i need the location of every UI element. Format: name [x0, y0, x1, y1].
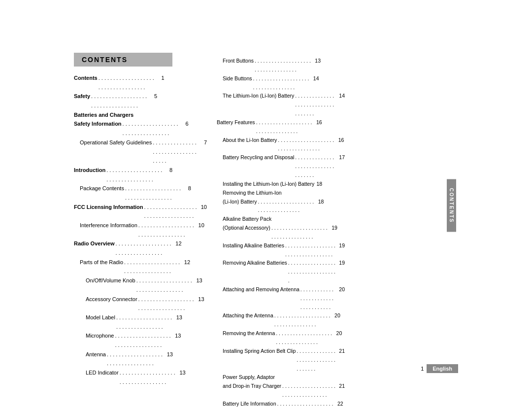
- toc-entry-label: Installing Alkaline Batteries: [223, 241, 284, 250]
- toc-entry: Removing Alkaline Batteries . . . . . . …: [217, 259, 345, 285]
- toc-entry: Parts of the Radio . . . . . . . . . . .…: [74, 258, 207, 276]
- toc-dots: . . . . . . . . . . . . . . . . . . . . …: [257, 198, 316, 215]
- toc-entry-label: Removing Alkaline Batteries: [223, 259, 287, 268]
- toc-page-number: 12: [174, 239, 182, 248]
- toc-entry-label: Installing the Lithium-Ion (Li-Ion) Batt…: [223, 180, 314, 189]
- toc-dots: . . . . . . . . . . . . . . . . . . . . …: [294, 153, 337, 180]
- toc-entry: Removing the Lithium-Ion: [217, 189, 345, 198]
- toc-dots: . . . . . . . . . . . . . . . . . . . . …: [90, 92, 149, 110]
- toc-entry: Batteries and Chargers: [74, 110, 207, 120]
- toc-entry: Model Label . . . . . . . . . . . . . . …: [74, 313, 207, 331]
- toc-entry-label: Removing the Antenna: [223, 329, 275, 338]
- toc-dots: . . . . . . . . . . . . . . . . . . . . …: [152, 138, 199, 166]
- toc-page-number: 13: [197, 295, 204, 304]
- toc-page-number: 16: [314, 118, 322, 127]
- toc-dots: . . . . . . . . . . . . . . . . . . . . …: [143, 203, 199, 221]
- toc-entry-label: Interference Information: [80, 221, 137, 230]
- toc-page-number: 20: [337, 285, 345, 294]
- toc-entry-label: Installing Spring Action Belt Clip: [223, 347, 296, 356]
- toc-entry: Contents . . . . . . . . . . . . . . . .…: [74, 73, 207, 92]
- toc-entry-label: Front Buttons: [223, 57, 254, 66]
- toc-entry-label: Safety: [74, 92, 90, 101]
- toc-page-number: 7: [199, 138, 207, 147]
- toc-page-number: 1: [157, 73, 165, 83]
- toc-entry-label: Accessory Connector: [86, 295, 137, 304]
- toc-page-number: 10: [199, 203, 207, 212]
- toc-entry-label: Parts of the Radio: [80, 258, 123, 267]
- toc-entry-label: FCC Licensing Information: [74, 203, 143, 212]
- toc-entry: Attaching the Antenna . . . . . . . . . …: [217, 311, 345, 329]
- toc-page-number: 21: [337, 382, 345, 391]
- toc-dots: . . . . . . . . . . . . . . . . . . . . …: [106, 350, 165, 368]
- toc-entry: Radio Overview . . . . . . . . . . . . .…: [74, 239, 207, 257]
- toc-dots: . . . . . . . . . . . . . . . . . . . . …: [137, 221, 197, 239]
- toc-entry-label: Operational Safety Guidelines: [80, 138, 152, 147]
- toc-entry-label: The Lithium-Ion (Li-Ion) Battery: [223, 92, 294, 101]
- toc-dots: . . . . . . . . . . . . . . . . . . . . …: [281, 382, 337, 400]
- toc-page-number: 16: [336, 136, 344, 145]
- toc-entry-label: Removing the Lithium-Ion: [223, 189, 282, 198]
- toc-entry-label: Battery Features: [217, 118, 255, 127]
- toc-page-number: 18: [316, 198, 324, 206]
- toc-page-number: 10: [197, 221, 204, 230]
- toc-entry: Operational Safety Guidelines . . . . . …: [74, 138, 207, 166]
- toc-entry-label: Battery Recycling and Disposal: [223, 153, 294, 162]
- toc-page-number: 13: [173, 331, 181, 341]
- toc-dots: . . . . . . . . . . . . . . . . . . . . …: [122, 119, 181, 137]
- toc-entry-label: Model Label: [86, 313, 115, 322]
- toc-dots: . . . . . . . . . . . . . . . . . . . . …: [284, 241, 337, 259]
- toc-entry-label: Attaching and Removing Antenna: [223, 285, 299, 294]
- toc-entry-label: Power Supply, Adaptor: [223, 373, 275, 382]
- toc-page-number: 19: [337, 241, 345, 250]
- toc-dots: . . . . . . . . . . . . . . . . . . . . …: [296, 347, 337, 374]
- toc-page-number: 14: [337, 92, 345, 101]
- toc-entry: Installing Spring Action Belt Clip . . .…: [217, 347, 345, 374]
- toc-page-number: 20: [332, 311, 340, 320]
- toc-entry: LED Indicator . . . . . . . . . . . . . …: [74, 368, 207, 386]
- toc-dots: . . . . . . . . . . . . . . . . . . . . …: [273, 311, 332, 329]
- toc-dots: . . . . . . . . . . . . . . . . . . . . …: [294, 92, 337, 118]
- toc-entry-label: (Li-Ion) Battery: [223, 198, 257, 206]
- toc-dots: . . . . . . . . . . . . . . . . . . . . …: [254, 57, 313, 74]
- toc-page-number: 13: [313, 57, 321, 66]
- toc-entry-label: Microphone: [86, 331, 114, 341]
- toc-entry: The Lithium-Ion (Li-Ion) Battery . . . .…: [217, 92, 345, 118]
- toc-dots: . . . . . . . . . . . . . . . . . . . . …: [277, 136, 336, 154]
- toc-page-number: 22: [335, 400, 343, 409]
- toc-entry: Battery Features . . . . . . . . . . . .…: [217, 118, 345, 136]
- toc-entry: On/Off/Volume Knob . . . . . . . . . . .…: [74, 276, 207, 294]
- toc-entry: Safety . . . . . . . . . . . . . . . . .…: [74, 92, 207, 110]
- toc-entry-label: About the Li-Ion Battery: [223, 136, 277, 145]
- footer: 1 English: [421, 364, 458, 373]
- toc-entry: Alkaline Battery Pack: [217, 215, 345, 224]
- toc-entry: Installing Alkaline Batteries . . . . . …: [217, 241, 345, 259]
- toc-dots: . . . . . . . . . . . . . . . . . . . . …: [124, 184, 183, 202]
- sidebar-contents-tab: CONTENTS: [447, 179, 456, 232]
- toc-page-number: 8: [165, 166, 172, 175]
- contents-header: CONTENTS: [74, 53, 172, 67]
- toc-entry-label: Package Contents: [80, 184, 124, 193]
- toc-dots: . . . . . . . . . . . . . . . . . . . . …: [105, 166, 165, 184]
- toc-page-number: 13: [174, 313, 182, 322]
- toc-entry: Safety Information . . . . . . . . . . .…: [74, 119, 207, 137]
- toc-page-number: 13: [165, 350, 173, 359]
- toc-entry: (Li-Ion) Battery . . . . . . . . . . . .…: [217, 198, 345, 215]
- toc-entry: (Optional Accessory) . . . . . . . . . .…: [217, 224, 345, 241]
- toc-dots: . . . . . . . . . . . . . . . . . . . . …: [114, 331, 173, 349]
- toc-dots: . . . . . . . . . . . . . . . . . . . . …: [255, 118, 314, 136]
- toc-page-number: 13: [178, 368, 186, 377]
- toc-entry: Accessory Connector . . . . . . . . . . …: [74, 295, 207, 313]
- toc-entry: Battery Life Information . . . . . . . .…: [217, 400, 345, 411]
- toc-entry-label: Safety Information: [74, 119, 122, 129]
- right-toc-column: Front Buttons . . . . . . . . . . . . . …: [217, 53, 345, 411]
- toc-dots: . . . . . . . . . . . . . . . . . . . . …: [137, 295, 197, 313]
- toc-entry-label: and Drop-in Tray Charger: [223, 382, 281, 391]
- toc-entry-label: (Optional Accessory): [223, 224, 270, 233]
- toc-entry-label: Attaching the Antenna: [223, 311, 273, 320]
- toc-entry: Package Contents . . . . . . . . . . . .…: [74, 184, 207, 202]
- toc-entry: Attaching and Removing Antenna . . . . .…: [217, 285, 345, 312]
- toc-entry-label: Battery Life Information: [223, 400, 276, 409]
- toc-page-number: 12: [182, 258, 190, 267]
- toc-page-number: 19: [330, 224, 337, 233]
- toc-entry: Side Buttons . . . . . . . . . . . . . .…: [217, 74, 345, 92]
